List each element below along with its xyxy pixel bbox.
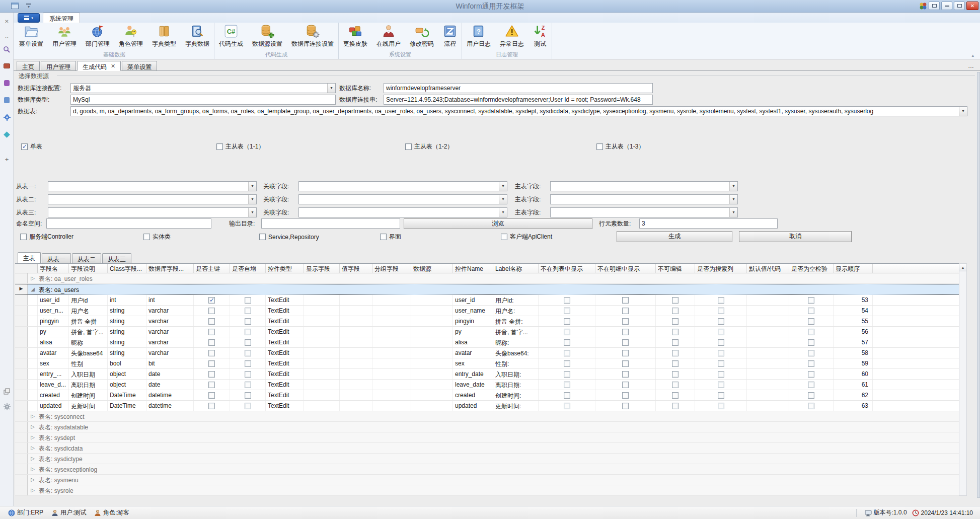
detail-table-combo-0[interactable]: ▾ — [48, 181, 257, 191]
mode-checkbox-2[interactable]: 主从表（1-2） — [405, 143, 453, 151]
grid-checkbox-cell[interactable] — [230, 337, 266, 347]
unchecked-checkbox[interactable] — [672, 329, 679, 335]
unchecked-checkbox[interactable] — [245, 360, 251, 367]
tab-overflow-icon[interactable]: … — [968, 62, 974, 69]
grid-checkbox-cell[interactable] — [595, 327, 656, 337]
grid-checkbox-cell[interactable] — [695, 306, 747, 316]
checkbox-box[interactable] — [380, 234, 387, 240]
unchecked-checkbox[interactable] — [245, 297, 251, 304]
chevron-down-icon[interactable]: ▾ — [248, 208, 256, 217]
grid-checkbox-cell[interactable] — [789, 316, 834, 326]
ribbon-button[interactable]: 流程 — [438, 24, 462, 50]
grid-column-header[interactable]: 不在列表中显示 — [539, 264, 595, 273]
grid-checkbox-cell[interactable] — [194, 358, 230, 368]
grid-group-row[interactable]: ▷表名: oa_user_roles — [15, 273, 959, 284]
grid-checkbox-cell[interactable] — [194, 295, 230, 305]
unchecked-checkbox[interactable] — [208, 329, 215, 335]
grid-checkbox-cell[interactable] — [230, 306, 266, 316]
document-tab-菜单设置[interactable]: 菜单设置 — [122, 61, 157, 70]
grid-column-header[interactable]: 字段名 — [38, 264, 69, 273]
ribbon-button[interactable]: 在线用户 — [372, 24, 405, 50]
grid-column-header[interactable]: 显示顺序 — [834, 264, 873, 273]
unchecked-checkbox[interactable] — [718, 339, 724, 346]
settings-blue-icon[interactable] — [0, 114, 14, 121]
grid-column-header[interactable]: Label名称 — [493, 264, 539, 273]
grid-checkbox-cell[interactable] — [789, 306, 834, 316]
document-tab-用户管理[interactable]: 用户管理 — [41, 61, 76, 70]
grid-column-header[interactable]: 是否为空检验 — [789, 264, 834, 273]
grid-checkbox-cell[interactable] — [789, 348, 834, 358]
assoc-field-combo-2[interactable]: ▾ — [298, 207, 507, 217]
grid-column-header[interactable]: 是否自增 — [230, 264, 266, 273]
grid-checkbox-cell[interactable] — [595, 316, 656, 326]
grid-group-row[interactable]: ▷表名: sysexceptionlog — [15, 464, 959, 475]
unchecked-checkbox[interactable] — [808, 318, 814, 325]
expand-icon[interactable]: ▷ — [28, 422, 38, 432]
checked-checkbox[interactable] — [208, 297, 215, 304]
namespace-input[interactable] — [46, 218, 211, 229]
grid-column-header[interactable]: Class字段... — [108, 264, 146, 273]
grid-checkbox-cell[interactable] — [194, 337, 230, 347]
unchecked-checkbox[interactable] — [622, 350, 629, 356]
grid-checkbox-cell[interactable] — [194, 401, 230, 411]
grid-column-header[interactable]: 数据源 — [411, 264, 453, 273]
unchecked-checkbox[interactable] — [808, 360, 814, 367]
grid-checkbox-cell[interactable] — [194, 316, 230, 326]
style-selector-icon[interactable] — [919, 2, 927, 10]
grid-checkbox-cell[interactable] — [656, 295, 695, 305]
chevron-down-icon[interactable]: ▾ — [499, 208, 507, 217]
db-type-input[interactable] — [70, 95, 336, 105]
unchecked-checkbox[interactable] — [622, 339, 629, 346]
grid-checkbox-cell[interactable] — [539, 390, 595, 400]
grid-checkbox-cell[interactable] — [656, 401, 695, 411]
grid-tab-主表[interactable]: 主表 — [18, 252, 41, 263]
master-field-combo-2[interactable]: ▾ — [550, 207, 738, 217]
checkbox-box[interactable] — [216, 143, 223, 150]
grid-checkbox-cell[interactable] — [539, 380, 595, 390]
unchecked-checkbox[interactable] — [718, 350, 724, 356]
unchecked-checkbox[interactable] — [208, 382, 215, 388]
maximize-button[interactable] — [954, 2, 965, 10]
unchecked-checkbox[interactable] — [808, 308, 814, 314]
grid-checkbox-cell[interactable] — [194, 327, 230, 337]
unchecked-checkbox[interactable] — [808, 350, 814, 356]
expand-icon[interactable]: ▷ — [28, 464, 38, 474]
checkbox-box[interactable] — [259, 234, 266, 240]
float-window-icon[interactable] — [0, 388, 14, 395]
unchecked-checkbox[interactable] — [672, 308, 679, 314]
grid-checkbox-cell[interactable] — [595, 358, 656, 368]
unchecked-checkbox[interactable] — [672, 318, 679, 325]
unchecked-checkbox[interactable] — [208, 308, 215, 314]
ribbon-button[interactable]: 更换皮肤 — [339, 24, 372, 50]
gen-checkbox-3[interactable]: 界面 — [380, 233, 401, 241]
search-icon[interactable] — [0, 46, 14, 53]
grid-checkbox-cell[interactable] — [656, 380, 695, 390]
grid-checkbox-cell[interactable] — [595, 390, 656, 400]
grid-field-row[interactable]: updated更新时间DateTimedatetimeTextEditupdat… — [15, 401, 959, 411]
ribbon-button[interactable]: ZA测试 — [529, 24, 552, 50]
grid-column-header[interactable]: 不在明细中显示 — [595, 264, 656, 273]
unchecked-checkbox[interactable] — [718, 392, 724, 399]
grid-column-header[interactable]: 默认值/代码 — [747, 264, 789, 273]
grid-checkbox-cell[interactable] — [695, 327, 747, 337]
browse-button[interactable]: 浏览 — [404, 218, 592, 229]
ribbon-button[interactable]: 数据库连接设置 — [287, 24, 338, 50]
expand-icon[interactable]: ▷ — [28, 443, 38, 453]
grid-checkbox-cell[interactable] — [789, 390, 834, 400]
grid-field-row[interactable]: user_n...用户名stringvarcharTextEdituser_na… — [15, 306, 959, 316]
expand-icon[interactable]: ▷ — [28, 454, 38, 464]
ribbon-button[interactable]: ?用户日志 — [462, 24, 495, 50]
unchecked-checkbox[interactable] — [808, 403, 814, 409]
grid-checkbox-cell[interactable] — [656, 327, 695, 337]
grid-field-row[interactable]: avatar头像base64stringvarcharTextEditavata… — [15, 348, 959, 358]
db-conn-str-input[interactable] — [384, 95, 653, 105]
db-conn-config-combo[interactable]: 服务器 ▾ — [70, 83, 336, 93]
gen-checkbox-1[interactable]: 实体类 — [143, 233, 171, 241]
grid-vertical-scrollbar[interactable]: ▲ — [959, 263, 967, 496]
chevron-down-icon[interactable]: ▾ — [959, 107, 967, 116]
unchecked-checkbox[interactable] — [245, 371, 251, 378]
grid-checkbox-cell[interactable] — [695, 295, 747, 305]
grid-checkbox-cell[interactable] — [539, 369, 595, 379]
grid-checkbox-cell[interactable] — [230, 358, 266, 368]
unchecked-checkbox[interactable] — [622, 382, 629, 388]
